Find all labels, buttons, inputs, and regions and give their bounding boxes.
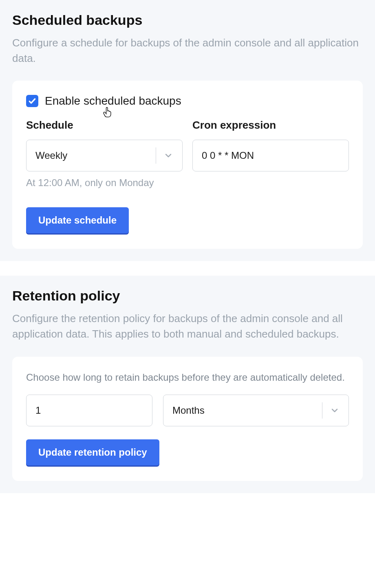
update-retention-button[interactable]: Update retention policy <box>26 439 159 465</box>
schedule-select[interactable]: Weekly <box>26 140 183 171</box>
retention-value-input[interactable]: 1 <box>26 395 152 426</box>
retention-value: 1 <box>35 405 41 416</box>
select-divider <box>156 147 156 164</box>
scheduled-title: Scheduled backups <box>12 12 363 28</box>
schedule-label: Schedule <box>26 119 183 132</box>
update-schedule-button[interactable]: Update schedule <box>26 207 129 233</box>
select-divider <box>322 402 322 419</box>
retention-inner-desc: Choose how long to retain backups before… <box>26 371 349 385</box>
cron-input[interactable]: 0 0 * * MON <box>192 140 349 171</box>
cron-field: Cron expression 0 0 * * MON <box>192 119 349 189</box>
scheduled-card: Enable scheduled backups Schedule Weekly… <box>12 81 363 249</box>
pointer-cursor-icon <box>102 107 113 118</box>
enable-scheduled-checkbox[interactable] <box>26 95 38 107</box>
checkmark-icon <box>28 97 36 105</box>
schedule-fields-row: Schedule Weekly At 12:00 AM, only on Mon… <box>26 119 349 189</box>
retention-unit-select[interactable]: Months <box>163 395 349 426</box>
cron-value: 0 0 * * MON <box>202 150 254 161</box>
section-gap <box>0 261 375 276</box>
retention-value-field: 1 <box>26 395 152 426</box>
scheduled-backups-section: Scheduled backups Configure a schedule f… <box>0 0 375 261</box>
retention-policy-section: Retention policy Configure the retention… <box>0 276 375 493</box>
enable-checkbox-row: Enable scheduled backups <box>26 94 349 108</box>
chevron-down-icon <box>163 151 173 160</box>
retention-card: Choose how long to retain backups before… <box>12 357 363 481</box>
retention-unit-field: Months <box>163 395 349 426</box>
cron-label: Cron expression <box>192 119 349 132</box>
scheduled-desc: Configure a schedule for backups of the … <box>12 35 363 66</box>
retention-desc: Configure the retention policy for backu… <box>12 311 363 342</box>
schedule-hint: At 12:00 AM, only on Monday <box>26 177 183 189</box>
chevron-down-icon <box>330 406 340 415</box>
retention-fields-row: 1 Months <box>26 395 349 426</box>
schedule-field: Schedule Weekly At 12:00 AM, only on Mon… <box>26 119 183 189</box>
retention-unit-value: Months <box>172 405 319 416</box>
retention-title: Retention policy <box>12 288 363 304</box>
enable-scheduled-label: Enable scheduled backups <box>45 94 181 108</box>
schedule-select-value: Weekly <box>35 150 152 161</box>
